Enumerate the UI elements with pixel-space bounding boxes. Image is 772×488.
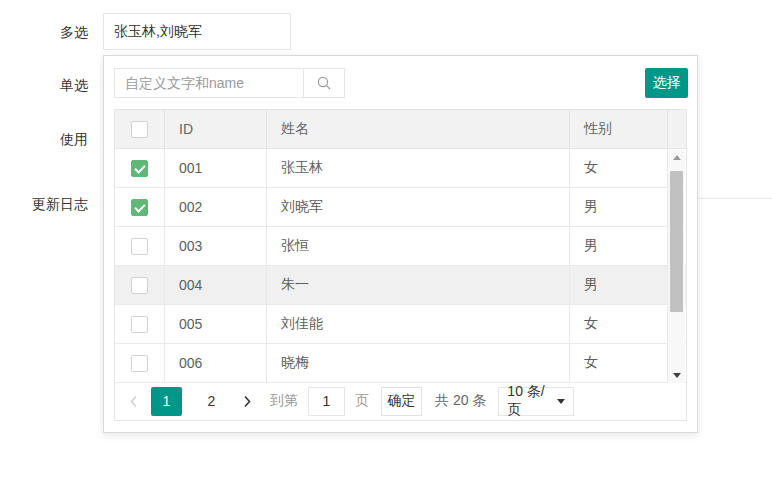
- table-header-row: ID 姓名 性别: [115, 110, 686, 149]
- cell-id: 002: [165, 188, 267, 226]
- row-checkbox[interactable]: [131, 277, 148, 294]
- search-input[interactable]: [114, 68, 304, 98]
- cell-name: 刘佳能: [267, 305, 570, 343]
- scrollbar-up-icon[interactable]: [668, 150, 685, 165]
- scrollbar-down-icon[interactable]: [668, 368, 685, 383]
- table-row[interactable]: 004 朱一 男: [115, 266, 686, 305]
- table-row[interactable]: 001 张玉林 女: [115, 149, 686, 188]
- pagination-bar: 1 2 到第 页 确定 共 20 条 10 条/页: [115, 383, 686, 419]
- goto-page-label: 到第: [270, 392, 298, 410]
- table-row[interactable]: 002 刘晓军 男: [115, 188, 686, 227]
- row-checkbox[interactable]: [131, 199, 148, 216]
- page-number-2[interactable]: 2: [196, 387, 227, 416]
- table-header-name: 姓名: [267, 110, 570, 148]
- cell-gender: 男: [570, 227, 668, 265]
- vertical-scrollbar[interactable]: [668, 150, 685, 383]
- form-label-changelog: 更新日志: [0, 196, 88, 212]
- table-header-checkbox-cell: [115, 110, 165, 148]
- page-size-select[interactable]: 10 条/页: [498, 387, 574, 416]
- cell-id: 005: [165, 305, 267, 343]
- page-size-value: 10 条/页: [507, 383, 557, 419]
- form-label-multiselect: 多选: [0, 24, 88, 40]
- form-label-singleselect: 单选: [0, 77, 88, 93]
- cell-gender: 女: [570, 344, 668, 382]
- goto-page-input[interactable]: [308, 387, 345, 416]
- table-header-gender: 性别: [570, 110, 668, 148]
- multiselect-input[interactable]: [103, 13, 291, 50]
- cell-name: 朱一: [267, 266, 570, 304]
- page-next-button[interactable]: [242, 394, 253, 409]
- scrollbar-thumb[interactable]: [670, 171, 683, 312]
- table-body: 001 张玉林 女 002 刘晓军 男 003 张恒 男 004: [115, 149, 686, 383]
- cell-gender: 男: [570, 266, 668, 304]
- page-number-1[interactable]: 1: [151, 387, 182, 416]
- cell-id: 004: [165, 266, 267, 304]
- cell-name: 刘晓军: [267, 188, 570, 226]
- table-row[interactable]: 005 刘佳能 女: [115, 305, 686, 344]
- goto-page-unit-label: 页: [355, 392, 369, 410]
- cell-gender: 女: [570, 149, 668, 187]
- table-select-dropdown-panel: 选择 ID 姓名 性别 001 张玉林 女 002 刘晓军 男: [103, 55, 698, 433]
- table-row[interactable]: 006 晓梅 女: [115, 344, 686, 383]
- row-checkbox[interactable]: [131, 238, 148, 255]
- cell-id: 006: [165, 344, 267, 382]
- cell-id: 001: [165, 149, 267, 187]
- select-all-checkbox[interactable]: [131, 121, 148, 138]
- table-row[interactable]: 003 张恒 男: [115, 227, 686, 266]
- row-checkbox[interactable]: [131, 355, 148, 372]
- total-count-label: 共 20 条: [435, 392, 486, 410]
- search-icon: [316, 75, 333, 92]
- page-divider: [698, 198, 772, 199]
- data-table: ID 姓名 性别 001 张玉林 女 002 刘晓军 男 003: [114, 109, 687, 421]
- search-button[interactable]: [303, 68, 345, 98]
- cell-gender: 女: [570, 305, 668, 343]
- select-button[interactable]: 选择: [645, 68, 688, 98]
- cell-name: 晓梅: [267, 344, 570, 382]
- row-checkbox[interactable]: [131, 316, 148, 333]
- goto-confirm-button[interactable]: 确定: [381, 387, 422, 416]
- cell-id: 003: [165, 227, 267, 265]
- page-prev-button[interactable]: [128, 394, 139, 409]
- cell-gender: 男: [570, 188, 668, 226]
- table-header-scrollbar-filler: [668, 110, 685, 148]
- cell-name: 张恒: [267, 227, 570, 265]
- chevron-left-icon: [128, 394, 139, 409]
- table-header-id: ID: [165, 110, 267, 148]
- chevron-right-icon: [242, 394, 253, 409]
- cell-name: 张玉林: [267, 149, 570, 187]
- row-checkbox[interactable]: [131, 160, 148, 177]
- form-label-usage: 使用: [0, 131, 88, 147]
- dropdown-arrow-icon: [557, 399, 565, 404]
